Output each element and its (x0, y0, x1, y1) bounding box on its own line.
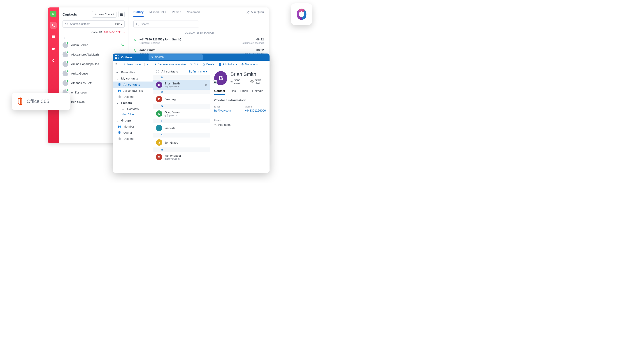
nav-chat[interactable] (50, 34, 57, 40)
person-name: Brian Smith (165, 82, 180, 85)
trash-icon: 🗑 (118, 137, 121, 140)
list-letter-group: D (153, 90, 210, 94)
history-tabs: History Missed Calls Parked Voicemail 5 … (128, 7, 269, 17)
tree-deleted[interactable]: 🗑Deleted (113, 94, 153, 100)
manage-button[interactable]: ⚙Manage (241, 63, 257, 66)
pencil-icon: ✎ (214, 123, 217, 126)
history-time: 08:32 (242, 48, 264, 52)
office-logo-icon (17, 97, 23, 105)
person-row[interactable]: J Jen Grace (153, 138, 210, 147)
person-row[interactable]: M Monty Epcotme@yay.com (153, 152, 210, 162)
tab-files[interactable]: Files (230, 89, 236, 95)
tree-groups[interactable]: ⌄Groups (113, 117, 153, 123)
person-name: Monty Epcot (165, 154, 181, 157)
chevron-down-icon (121, 22, 122, 26)
call-button[interactable] (121, 43, 125, 47)
mail-icon: ✉ (230, 80, 233, 83)
contact-row[interactable]: Adam Ferrari (59, 40, 128, 50)
nav-settings[interactable] (50, 57, 57, 64)
contact-avatar (63, 80, 69, 86)
tab-voicemail[interactable]: Voicemail (187, 10, 200, 17)
add-to-list-button[interactable]: 👤Add to list (218, 63, 238, 66)
sort-dropdown[interactable]: By first name (189, 70, 207, 73)
tree-folders[interactable]: ⌄Folders (113, 100, 153, 106)
tree-all-contacts[interactable]: 👤All contacts (113, 82, 153, 88)
trash-icon: 🗑 (118, 95, 121, 98)
chevron-down-icon (206, 70, 207, 73)
contact-name: Ben Salah (71, 100, 85, 104)
caller-id-row[interactable]: Caller ID 01234 567890 (59, 28, 128, 35)
tree-member[interactable]: 👥Member (113, 123, 153, 130)
person-gear-icon: ⚙ (241, 63, 244, 66)
history-search-placeholder: Search (141, 23, 149, 26)
people-icon (246, 10, 250, 14)
unstar-icon: ✦ (154, 63, 156, 66)
nav-video[interactable] (50, 45, 57, 52)
mobile-value[interactable]: +443301226000 (244, 109, 266, 112)
outlook-search-input[interactable]: Search (149, 54, 203, 60)
delete-button[interactable]: 🗑Delete (203, 63, 214, 66)
search-icon (65, 22, 68, 26)
apps-grid-button[interactable] (118, 11, 125, 17)
tree-favourites[interactable]: ★Favourites (113, 69, 153, 75)
mobile-field: Mobile +443301226000 (244, 105, 266, 112)
person-email: me@yay.com (165, 157, 181, 160)
detail-tabs: Contact Files Email LinkedIn (214, 89, 265, 95)
search-icon (136, 23, 139, 26)
tab-contact[interactable]: Contact (214, 89, 225, 95)
tree-my-contacts[interactable]: ⌄My contacts (113, 75, 153, 82)
remove-favourites-button[interactable]: ✦Remove from favourites (154, 63, 186, 66)
tab-email[interactable]: Email (241, 89, 248, 95)
office-365-label: Office 365 (27, 98, 49, 104)
queue-indicator[interactable]: 5 in Queu (246, 10, 264, 17)
section-letter: A (59, 35, 128, 40)
new-folder-link[interactable]: New folder (113, 112, 153, 117)
contact-name: Anika Gouse (71, 72, 88, 75)
apps-grid-icon (120, 13, 123, 16)
person-row[interactable]: B Brian Smithbs@yay.com ★ (153, 80, 210, 90)
phone-icon (52, 23, 55, 27)
list-letter-group: M (153, 147, 210, 152)
contact-name: Alessandro Abdulaziz (71, 53, 99, 56)
tree-owner[interactable]: 👤Owner (113, 130, 153, 136)
pencil-icon: ✎ (190, 63, 192, 66)
hamburger-icon[interactable]: ≡ (115, 62, 117, 66)
tree-all-lists[interactable]: 👥All contact lists (113, 88, 153, 94)
add-notes-button[interactable]: ✎Add notes (214, 123, 265, 126)
start-chat-action[interactable]: 💬Start chat (250, 79, 265, 85)
filter-dropdown[interactable]: Filter (114, 22, 122, 26)
person-row[interactable]: G Greg Jonesgj@yay.com (153, 109, 210, 119)
outlook-toolbar: ≡ ＋New contact│ ✦Remove from favourites … (113, 61, 270, 68)
tab-history[interactable]: History (133, 10, 144, 17)
person-email: bs@yay.com (165, 85, 180, 88)
person-avatar: I (156, 125, 162, 131)
camera-icon[interactable]: 📷 (213, 80, 217, 84)
new-contact-button[interactable]: ＋ New Contact (92, 11, 117, 17)
email-value[interactable]: bs@yay.com (214, 109, 231, 112)
tree-groups-deleted[interactable]: 🗑Deleted (113, 136, 153, 142)
search-contacts-input[interactable]: Search Contacts Filter (63, 20, 125, 28)
history-duration: 23 mins 32 seconds (242, 42, 264, 44)
nav-phone[interactable] (50, 22, 57, 29)
new-contact-button[interactable]: ＋New contact│ (121, 62, 150, 67)
history-search-input[interactable]: Search (133, 20, 199, 28)
person-row[interactable]: I Ian Patel (153, 123, 210, 133)
plus-icon: ＋ (94, 12, 97, 16)
waffle-icon[interactable] (115, 55, 119, 59)
chat-icon: 💬 (250, 80, 254, 83)
tree-folder-contacts[interactable]: ▭Contacts (113, 106, 153, 112)
person-row[interactable]: D Dan Leg (153, 94, 210, 104)
tab-parked[interactable]: Parked (172, 10, 181, 17)
select-all-checkbox[interactable] (156, 70, 159, 73)
tab-missed-calls[interactable]: Missed Calls (149, 10, 166, 17)
gear-icon (52, 59, 55, 62)
send-email-action[interactable]: ✉Send email (230, 79, 246, 85)
history-row[interactable]: +44 7890 123456 (John Smith)Guildford, E… (128, 36, 269, 47)
edit-button[interactable]: ✎Edit (190, 63, 198, 66)
person-name: Dan Leg (165, 98, 176, 101)
person-icon: 👤 (118, 131, 121, 134)
user-avatar-square[interactable]: IM (50, 11, 56, 17)
history-caller: +44 7890 123456 (John Smith) (139, 38, 181, 41)
tab-linkedin[interactable]: LinkedIn (252, 89, 263, 95)
contact-avatar (63, 42, 69, 48)
